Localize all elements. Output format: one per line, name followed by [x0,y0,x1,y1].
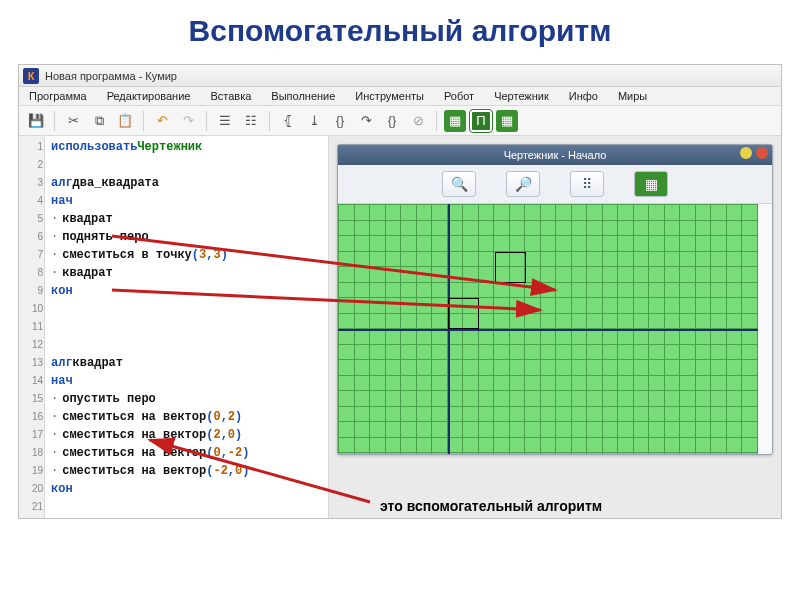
code-line[interactable] [51,498,328,516]
code-line[interactable]: нач [51,192,328,210]
drafter-titlebar: Чертежник - Начало [338,145,772,165]
doc2-icon[interactable]: ☷ [240,110,262,132]
menu-run[interactable]: Выполнение [261,87,345,105]
menu-worlds[interactable]: Миры [608,87,657,105]
drawn-square [495,252,526,283]
canvas [338,204,758,454]
slide-title: Вспомогательный алгоритм [0,0,800,58]
app-window: К Новая программа - Кумир Программа Реда… [18,64,782,519]
grid2-icon[interactable]: П [470,110,492,132]
menu-robot[interactable]: Робот [434,87,484,105]
toolbar: 💾 ✂ ⧉ 📋 ↶ ↷ ☰ ☷ ⦃ ⤓ {} ↷ {} ⊘ ▦ П ▦ [19,106,781,136]
paste-icon[interactable]: 📋 [114,110,136,132]
step-icon[interactable]: ⤓ [303,110,325,132]
code-line[interactable]: использовать Чертежник [51,138,328,156]
stop-icon[interactable]: ⊘ [407,110,429,132]
code-line[interactable]: алг квадрат [51,354,328,372]
menu-program[interactable]: Программа [19,87,97,105]
code-editor[interactable]: использовать Чертежник алг два_квадратан… [19,136,329,518]
code-line[interactable] [51,318,328,336]
code-line[interactable]: · сместиться на вектор(0,2) [51,408,328,426]
copy-icon[interactable]: ⧉ [88,110,110,132]
drafter-title: Чертежник - Начало [504,149,607,161]
brace3-icon[interactable]: {} [381,110,403,132]
code-line[interactable] [51,300,328,318]
grid3-icon[interactable]: ▦ [496,110,518,132]
window-title: Новая программа - Кумир [45,70,177,82]
menu-drafter[interactable]: Чертежник [484,87,559,105]
drafter-window: Чертежник - Начало 🔍 🔎 ⠿ ▦ [337,144,773,455]
code-line[interactable]: · опустить перо [51,390,328,408]
output-panel: Чертежник - Начало 🔍 🔎 ⠿ ▦ [329,136,781,518]
menu-tools[interactable]: Инструменты [345,87,434,105]
code-line[interactable]: · квадрат [51,264,328,282]
code-line[interactable]: кон [51,480,328,498]
code-line[interactable]: · квадрат [51,210,328,228]
code-line[interactable]: алг два_квадрата [51,174,328,192]
annotation-label: это вспомогательный алгоритм [380,498,602,514]
redo-icon[interactable]: ↷ [177,110,199,132]
code-line[interactable]: · сместиться на вектор(0,-2) [51,444,328,462]
menu-edit[interactable]: Редактирование [97,87,201,105]
code-line[interactable] [51,156,328,174]
zoom-out-icon[interactable]: 🔎 [506,171,540,197]
code-line[interactable]: · сместиться на вектор(2,0) [51,426,328,444]
code-line[interactable]: · поднять перо [51,228,328,246]
grid-toggle-icon[interactable]: ⠿ [570,171,604,197]
brace1-icon[interactable]: {} [329,110,351,132]
close-icon[interactable] [756,147,768,159]
zoom-in-icon[interactable]: 🔍 [442,171,476,197]
titlebar: К Новая программа - Кумир [19,65,781,87]
minimize-icon[interactable] [740,147,752,159]
code-line[interactable]: · сместиться в точку(3,3) [51,246,328,264]
menu-insert[interactable]: Вставка [200,87,261,105]
doc-icon[interactable]: ☰ [214,110,236,132]
code-line[interactable]: · сместиться на вектор(-2,0) [51,462,328,480]
brace2-icon[interactable]: ↷ [355,110,377,132]
drawn-square [448,298,479,329]
app-icon: К [23,68,39,84]
grid1-icon[interactable]: ▦ [444,110,466,132]
workspace: использовать Чертежник алг два_квадратан… [19,136,781,518]
code-line[interactable] [51,336,328,354]
save-icon[interactable]: 💾 [25,110,47,132]
cut-icon[interactable]: ✂ [62,110,84,132]
drafter-toolbar: 🔍 🔎 ⠿ ▦ [338,165,772,204]
undo-icon[interactable]: ↶ [151,110,173,132]
menubar: Программа Редактирование Вставка Выполне… [19,87,781,106]
code-line[interactable]: нач [51,372,328,390]
brace-start-icon[interactable]: ⦃ [277,110,299,132]
run-drafter-icon[interactable]: ▦ [634,171,668,197]
menu-info[interactable]: Инфо [559,87,608,105]
code-line[interactable]: кон [51,282,328,300]
